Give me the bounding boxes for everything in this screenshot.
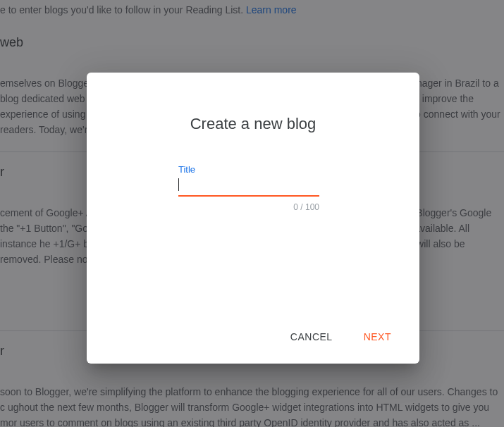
title-field-wrap bbox=[178, 176, 328, 197]
dialog-actions: CANCEL NEXT bbox=[87, 316, 419, 364]
char-counter: 0 / 100 bbox=[178, 202, 319, 212]
dialog-body: Title 0 / 100 bbox=[87, 150, 419, 316]
title-input[interactable] bbox=[178, 176, 319, 197]
cancel-button[interactable]: CANCEL bbox=[288, 327, 336, 347]
page-root: e to enter blogs you'd like to follow in… bbox=[0, 0, 504, 427]
create-blog-dialog: Create a new blog Title 0 / 100 CANCEL N… bbox=[87, 73, 419, 364]
dialog-title: Create a new blog bbox=[87, 73, 419, 150]
next-button[interactable]: NEXT bbox=[361, 327, 394, 347]
text-caret bbox=[178, 178, 179, 191]
title-field-label: Title bbox=[178, 164, 328, 175]
